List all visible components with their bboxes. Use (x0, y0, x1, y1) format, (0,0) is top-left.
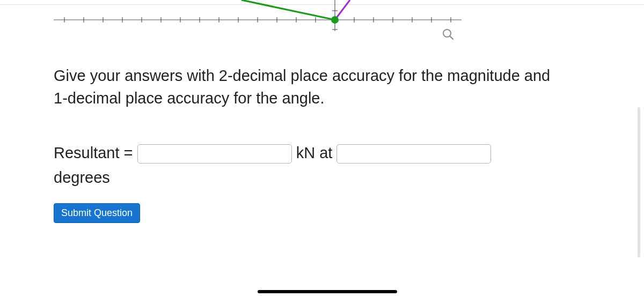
instruction-text: Give your answers with 2-decimal place a… (54, 64, 558, 109)
magnitude-input[interactable] (137, 144, 292, 164)
scrollbar[interactable] (638, 107, 640, 257)
search-icon[interactable] (442, 28, 454, 42)
answer-row: Resultant = kN at degrees (54, 140, 558, 190)
svg-point-27 (331, 16, 339, 24)
svg-line-29 (450, 36, 453, 39)
vector-graph-area (54, 0, 462, 43)
angle-input[interactable] (336, 144, 491, 164)
resultant-label: Resultant = (54, 144, 137, 161)
unit-text: kN at (292, 144, 337, 161)
submit-button[interactable]: Submit Question (54, 203, 140, 223)
home-indicator (258, 290, 397, 293)
svg-line-25 (241, 0, 335, 20)
degrees-label: degrees (54, 169, 110, 186)
